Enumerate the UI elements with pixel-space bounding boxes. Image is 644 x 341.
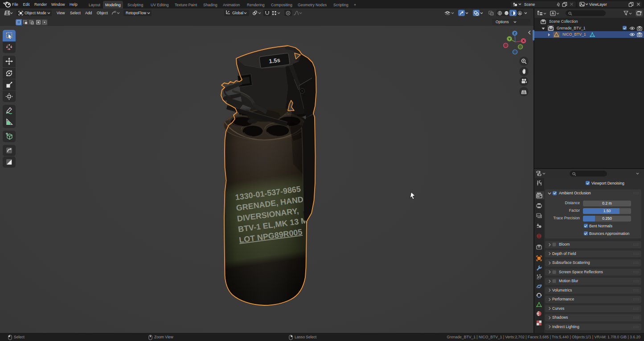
svg-text:X: X <box>522 39 525 43</box>
svg-text:Y: Y <box>508 37 510 41</box>
svg-text:Z: Z <box>514 31 516 35</box>
